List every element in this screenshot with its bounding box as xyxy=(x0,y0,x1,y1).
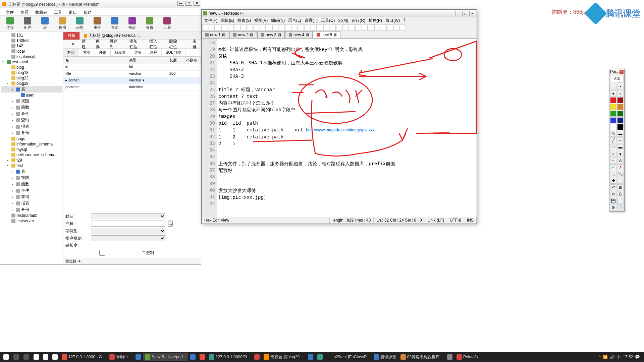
tray-ime-icon[interactable]: 中 xyxy=(617,354,621,360)
tree-表[interactable]: ▸表 xyxy=(1,168,62,175)
taskbar-item[interactable]: 127.0.0.1:8000 - G... xyxy=(60,353,107,361)
pofix-exit-button[interactable]: 退出 xyxy=(610,75,624,82)
npp-toolbar-button[interactable] xyxy=(336,24,342,31)
tool-trash-icon[interactable]: 🗑 xyxy=(617,184,624,190)
npp-toolbar-button[interactable] xyxy=(234,24,240,31)
npp-menu-item[interactable]: 视图(V) xyxy=(253,17,269,23)
npp-toolbar-button[interactable] xyxy=(317,24,323,31)
npp-toolbar-button[interactable] xyxy=(285,24,291,31)
npp-toolbar-button[interactable] xyxy=(215,24,221,31)
npp-menu-item[interactable]: 搜索(S) xyxy=(236,17,252,23)
npp-toolbar-button[interactable] xyxy=(298,24,304,31)
npp-toolbar-button[interactable] xyxy=(202,24,208,31)
subtab-注释[interactable]: 注释 xyxy=(146,49,162,56)
tool-ellipse-icon[interactable]: ○ xyxy=(610,151,616,157)
toolbar-报表[interactable]: 报表 xyxy=(124,17,141,30)
tool-cross-icon[interactable]: ✗ xyxy=(617,164,624,170)
npp-menu-item[interactable]: 运行(R) xyxy=(350,17,367,23)
columns-grid[interactable]: 名类型长度小数点 idinttitlevarchar200▸ contenvar… xyxy=(63,57,201,211)
tree-localmysql[interactable]: localmysql xyxy=(1,54,62,59)
npp-toolbar-button[interactable] xyxy=(247,24,253,31)
npp-toolbar-button[interactable] xyxy=(240,24,247,31)
npp-tab-new 2[interactable]: new 2⊠ xyxy=(229,31,257,38)
npp-tab-new 4[interactable]: new 4⊠ xyxy=(285,31,313,38)
notifications-icon[interactable]: 💬 xyxy=(635,355,640,359)
tool-highlighter-icon[interactable]: ▬ xyxy=(617,131,624,137)
menu-帮助[interactable]: 帮助 xyxy=(81,9,94,15)
tree-gogs[interactable]: gogs xyxy=(1,136,62,141)
npp-minimize-button[interactable]: — xyxy=(455,11,461,16)
navicat-titlebar[interactable]: 无标题 @blog29 (test-local) - 表 - Navicat P… xyxy=(0,0,201,8)
tray-volume-icon[interactable]: 🔊 xyxy=(610,355,615,359)
tree-test[interactable]: ▾test xyxy=(1,163,62,168)
npp-toolbar-button[interactable] xyxy=(368,24,374,31)
npp-toolbar-button[interactable] xyxy=(272,24,278,31)
system-tray[interactable]: ^ 📶 🔊 中 17:52 💬 xyxy=(596,354,643,360)
start-button[interactable] xyxy=(1,353,11,361)
grid-row[interactable]: postdatedatetime xyxy=(63,84,201,91)
taskbar-item[interactable] xyxy=(445,353,454,361)
npp-menu-item[interactable]: ? xyxy=(402,17,407,23)
col-header-类型[interactable]: 类型 xyxy=(127,57,167,64)
tree-视图[interactable]: ▸视图 xyxy=(1,175,62,181)
color-yellow[interactable] xyxy=(610,104,616,110)
color-darkgreen[interactable] xyxy=(617,111,624,117)
tray-up-icon[interactable]: ^ xyxy=(599,355,601,359)
connection-tree[interactable]: 131140test142locallocalmysql▾test-localb… xyxy=(0,32,63,264)
tool-undo-icon[interactable]: ↶ xyxy=(610,184,616,190)
tool-text-icon[interactable]: A xyxy=(617,158,624,164)
taskbar-item[interactable]: 腾讯课堂 xyxy=(372,353,398,361)
taskbar-item[interactable]: 127.0.0.1:8000/?i... xyxy=(207,353,252,361)
url-link[interactable]: http://www.magedu.com/image/pic-xxx. xyxy=(306,128,376,132)
tree-报表[interactable]: ▸报表 xyxy=(1,200,62,206)
toolbar-用户[interactable]: 用户 xyxy=(19,17,36,30)
npp-close-button[interactable]: ✕ xyxy=(469,11,475,16)
col-header-长度[interactable]: 长度 xyxy=(167,57,184,64)
subtab-选项[interactable]: 选项 xyxy=(130,49,146,56)
npp-tab-new 5[interactable]: new 5⊠ xyxy=(313,31,340,38)
toolbar-表[interactable]: 表 xyxy=(37,17,53,30)
npp-menu-item[interactable]: 编辑(E) xyxy=(219,17,235,23)
tool-copy-icon[interactable]: ⧉ xyxy=(610,191,616,197)
toolbar-计划[interactable]: 计划 xyxy=(159,17,175,30)
tree-blog[interactable]: blog xyxy=(1,65,62,70)
close-button[interactable]: ✕ xyxy=(194,1,200,6)
taskbar-item[interactable]: Pointofix xyxy=(454,353,481,361)
color-darkblue[interactable] xyxy=(617,117,624,123)
shape-dot-icon[interactable]: • xyxy=(617,84,624,90)
tab-close-icon[interactable]: ⊠ xyxy=(306,33,309,37)
subtab-栏位[interactable]: 栏位 xyxy=(63,49,79,56)
comment-more-button[interactable]: ... xyxy=(168,221,173,227)
tree-报表[interactable]: ▸报表 xyxy=(1,123,62,130)
pointofix-palette[interactable]: Poi... × 退出 · • ● ● ✎ ▬ ╱ → ▭ ▬ ○ ● ↔ A … xyxy=(609,69,625,212)
tree-查询[interactable]: ▸查询 xyxy=(1,117,62,123)
tree-表[interactable]: ▾表 xyxy=(1,86,62,93)
subtb-≡[interactable]: ≡ xyxy=(65,41,75,47)
toolbar-视图[interactable]: 视图 xyxy=(54,17,71,30)
tree-blog23[interactable]: blog23 xyxy=(1,75,62,81)
taskbar-item[interactable] xyxy=(198,353,207,361)
windows-taskbar[interactable]: 127.0.0.1:8000 - G...录制中...*new 5 - Note… xyxy=(0,352,644,362)
npp-toolbar-button[interactable] xyxy=(228,24,234,31)
tool-print-icon[interactable]: ⎙ xyxy=(617,191,624,197)
npp-tab-new 1[interactable]: new 1⊠ xyxy=(202,31,229,38)
npp-menu-item[interactable]: 语言(L) xyxy=(287,17,303,23)
tree-视图[interactable]: ▸视图 xyxy=(1,98,62,104)
col-header-小数点[interactable]: 小数点 xyxy=(184,57,201,64)
maximize-button[interactable]: □ xyxy=(185,1,192,6)
tab-close-icon[interactable]: ⊠ xyxy=(333,33,337,37)
grid-row[interactable]: idint xyxy=(63,64,201,71)
pofix-close-button[interactable]: × xyxy=(620,70,624,74)
npp-toolbar-button[interactable] xyxy=(362,24,368,31)
npp-menu-item[interactable]: 插件(P) xyxy=(367,17,383,23)
tree-备份[interactable]: ▸备份 xyxy=(1,130,62,136)
tree-blog29[interactable]: ▾blog29 xyxy=(1,81,62,86)
toolbar-函数[interactable]: 函数 xyxy=(71,17,88,30)
menu-收藏夹[interactable]: 收藏夹 xyxy=(33,9,50,15)
taskbar-item[interactable] xyxy=(41,353,50,361)
npp-toolbar-button[interactable] xyxy=(221,24,227,31)
color-white[interactable] xyxy=(610,124,616,130)
npp-toolbar-button[interactable] xyxy=(253,24,259,31)
subtab-索引[interactable]: 索引 xyxy=(79,49,95,56)
menu-工具[interactable]: 工具 xyxy=(51,9,65,15)
